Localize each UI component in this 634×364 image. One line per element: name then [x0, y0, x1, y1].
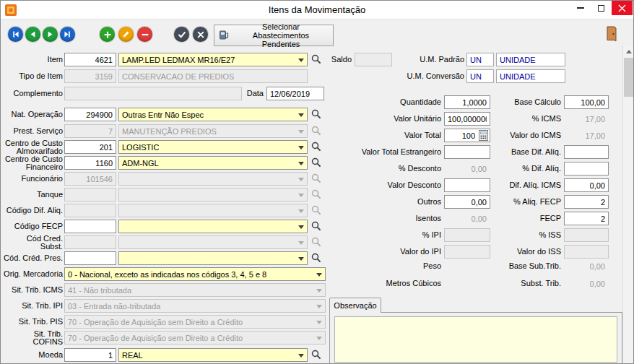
- nat_operacao-combo-value: Outras Entr Não Espec: [122, 110, 204, 119]
- tanque-code-field: [64, 188, 116, 202]
- sit_trib_icms-combo: 41 - Não tributada: [64, 283, 326, 297]
- funcionario-search-button: [309, 172, 322, 186]
- sit_trib_ipi-label: Sit. Trib. IPI: [2, 299, 63, 313]
- orig_mercadoria-combo[interactable]: 0 - Nacional, exceto as indicadas nos có…: [64, 267, 326, 281]
- codigo_dif_aliq-label: Código Dif. Aliq.: [2, 204, 63, 217]
- um-conversao-unit-value: UN: [470, 72, 482, 81]
- moeda-combo[interactable]: REAL: [118, 348, 308, 362]
- funcionario-label: Funcionário: [2, 172, 63, 186]
- item-search-button[interactable]: [309, 53, 322, 66]
- chevron-down-icon: [298, 354, 304, 358]
- centro_custo_financeiro-code-field[interactable]: 1160: [64, 156, 116, 170]
- minimize-button[interactable]: [570, 1, 591, 15]
- codigo_fecp-combo[interactable]: [118, 220, 308, 233]
- magnifier-icon: [311, 157, 321, 168]
- prest_servico-code-field-value: 7: [108, 127, 113, 136]
- tanque-combo: [118, 188, 308, 202]
- centro_custo_financeiro-combo[interactable]: ADM-NGL: [118, 156, 308, 170]
- centro_custo_almoxarifado-search-button[interactable]: [309, 140, 322, 154]
- complemento-label: Complemento: [2, 87, 63, 100]
- base_dif_aliq-label: Base Dif. Alíq.: [461, 145, 561, 159]
- arrow-up-icon: [626, 50, 632, 53]
- scrollbar[interactable]: [622, 46, 634, 364]
- chevron-down-icon: [316, 321, 322, 324]
- base_calculo-field-value: 100,00: [581, 98, 605, 107]
- dif_aliq_icms-field[interactable]: 0,00: [564, 178, 609, 192]
- moeda-code-field[interactable]: 1: [64, 348, 116, 362]
- prest_servico-code-field: 7: [64, 124, 116, 138]
- close-button[interactable]: [612, 1, 633, 15]
- chevron-down-icon: [316, 337, 322, 340]
- moeda-code-field-value: 1: [108, 351, 113, 360]
- sit_trib_ipi-combo: 03 - Entrada não-tributada: [64, 299, 326, 313]
- cod_cred_pres-code-field[interactable]: [64, 251, 116, 265]
- moeda-label: Moeda: [2, 348, 63, 362]
- magnifier-icon: [311, 205, 321, 215]
- valor_iss-field: [564, 245, 609, 259]
- data-field[interactable]: 12/06/2019: [266, 87, 324, 100]
- cod_cred_pres-label: Cód. Créd. Pres.: [2, 251, 63, 265]
- codigo_fecp-label: Código FECP: [2, 220, 63, 233]
- nat_operacao-search-button[interactable]: [309, 108, 322, 121]
- moeda-search-button[interactable]: [309, 348, 322, 362]
- item-combo-value: LAMP.LED LEDMAX MR16/E27: [122, 56, 235, 64]
- form-area: Complemento Data 12/06/2019 Saldo U.M. P…: [1, 1, 633, 363]
- maximize-button[interactable]: [591, 1, 612, 15]
- valor_icms-label: Valor do ICMS: [461, 129, 561, 142]
- centro_custo_almoxarifado-code-field[interactable]: 201: [64, 140, 116, 154]
- scrollbar-thumb[interactable]: [624, 58, 633, 97]
- codigo_fecp-code-field[interactable]: [64, 220, 116, 233]
- chevron-down-icon: [298, 58, 304, 62]
- tab-observacao[interactable]: Observação: [329, 298, 381, 313]
- chevron-down-icon: [316, 289, 322, 292]
- base_dif_aliq-field[interactable]: [564, 145, 609, 159]
- codigo_fecp-search-button[interactable]: [309, 220, 322, 233]
- pct_icms-field: 17,00: [564, 112, 609, 126]
- nat_operacao-combo[interactable]: Outras Entr Não Espec: [118, 108, 308, 121]
- saldo-label: Saldo: [318, 53, 352, 66]
- cod_cred_pres-search-button[interactable]: [309, 251, 322, 265]
- cod_cred_pres-combo[interactable]: [118, 251, 308, 265]
- cod_cred_subst-search-button: [309, 235, 322, 249]
- subst_trib-label: Subst. Trib.: [461, 277, 561, 290]
- pct_dif_aliq-field[interactable]: [564, 162, 609, 176]
- nat_operacao-code-field[interactable]: 294900: [64, 108, 116, 121]
- pct_aliq_fecp-field[interactable]: 2: [564, 195, 609, 209]
- scroll-up-button[interactable]: [623, 46, 634, 57]
- orig_mercadoria-label: Orig. Mercadoria: [2, 267, 63, 281]
- observacao-textarea[interactable]: [334, 316, 617, 363]
- fecp-field[interactable]: 2: [564, 212, 609, 225]
- pct_iss-label: % ISS: [461, 228, 561, 242]
- subst_trib-field: 0,00: [564, 277, 609, 290]
- chevron-down-icon: [316, 273, 322, 277]
- base_sub_trib-field-value: 0,00: [590, 262, 605, 271]
- centro_custo_financeiro-label: Centro de Custo Financeiro: [2, 156, 63, 170]
- um-padrao-label: U.M. Padrão: [399, 53, 464, 66]
- sit_trib_cofins-combo-value: 70 - Operação de Aquisição sem Direito a…: [68, 334, 243, 342]
- um-padrao-unit-field: UN: [466, 53, 494, 66]
- base_sub_trib-label: Base Sub.Trib.: [461, 259, 561, 273]
- item-code-field-value: 4621: [95, 56, 113, 64]
- quantidade-label: Quantidade: [334, 95, 441, 109]
- centro_custo_financeiro-search-button[interactable]: [309, 156, 322, 170]
- pct_desconto-label: % Desconto: [334, 162, 441, 176]
- base_calculo-field[interactable]: 100,00: [564, 95, 609, 109]
- centro_custo_financeiro-code-field-value: 1160: [95, 159, 113, 168]
- peso-label: Peso: [334, 259, 441, 273]
- centro_custo_almoxarifado-combo[interactable]: LOGISTIC: [118, 140, 308, 154]
- prest_servico-search-button: [309, 124, 322, 138]
- tab-observacao-label: Observação: [334, 301, 376, 310]
- magnifier-icon: [311, 109, 321, 119]
- item-combo[interactable]: LAMP.LED LEDMAX MR16/E27: [118, 53, 308, 66]
- window-controls: [570, 1, 633, 15]
- pct_aliq_fecp-label: % Aliq. FECP: [461, 195, 561, 209]
- item-code-field[interactable]: 4621: [64, 53, 116, 66]
- fecp-field-value: 2: [601, 214, 605, 223]
- chevron-down-icon: [316, 305, 322, 308]
- tipo_item-code-field: 3159: [64, 69, 116, 83]
- valor_iss-label: Valor do ISS: [461, 245, 561, 259]
- tipo_item-code-field-value: 3159: [95, 72, 113, 81]
- pct_dif_aliq-label: % Dif. Alíq.: [461, 162, 561, 176]
- centro_custo_almoxarifado-code-field-value: 201: [100, 143, 113, 152]
- valor_desconto-label: Valor Desconto: [334, 178, 441, 192]
